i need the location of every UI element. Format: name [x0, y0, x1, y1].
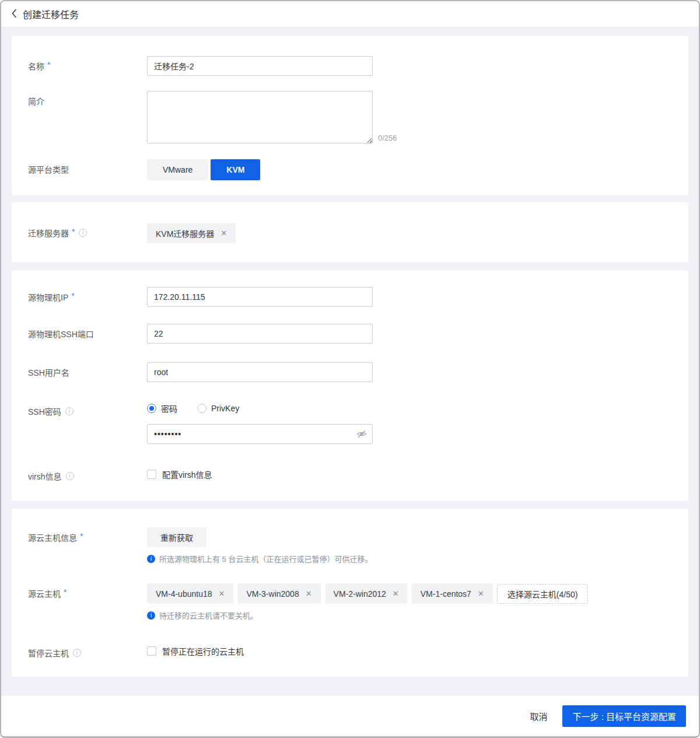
description-textarea[interactable] — [147, 91, 373, 144]
required-mark: * — [71, 291, 74, 300]
pause-vm-label: 暂停云主机 i — [28, 643, 147, 659]
char-counter: 0/256 — [378, 134, 397, 144]
vm-tags-line: VM-4-ubuntu18 ✕ VM-3-win2008 ✕ VM-2-win2… — [147, 583, 672, 604]
name-label: 名称* — [28, 56, 147, 76]
platform-option-kvm[interactable]: KVM — [211, 159, 260, 180]
vm-tag: VM-3-win2008 ✕ — [237, 583, 320, 604]
virsh-checkbox-row: 配置virsh信息 — [147, 468, 672, 480]
basic-info-card: 名称* 简介 0/256 源平台类型 — [12, 36, 688, 195]
pause-vm-checkbox[interactable] — [147, 646, 156, 656]
ssh-password-label: SSH密码 i — [28, 401, 147, 444]
vm-tag: VM-1-centos7 ✕ — [412, 583, 493, 604]
source-ip-row: 源物理机IP* — [28, 287, 672, 307]
virsh-row: virsh信息 i 配置virsh信息 — [28, 466, 672, 482]
migration-server-tag: KVM迁移服务器 ✕ — [147, 223, 236, 243]
required-mark: * — [47, 60, 50, 69]
page-title: 创建迁移任务 — [23, 7, 79, 21]
cancel-button[interactable]: 取消 — [524, 705, 553, 727]
pause-vm-checkbox-label[interactable]: 暂停正在运行的云主机 — [162, 645, 244, 657]
ssh-user-input[interactable] — [147, 362, 373, 382]
platform-toggle-group: VMware KVM — [147, 159, 672, 180]
ssh-user-row: SSH用户名 — [28, 362, 672, 382]
info-icon: i — [73, 649, 81, 657]
select-vm-button[interactable]: 选择源云主机(4/50) — [497, 584, 589, 604]
vm-tag: VM-2-win2012 ✕ — [325, 583, 408, 604]
name-input[interactable] — [147, 56, 373, 76]
ssh-password-row: SSH密码 i 密码 PrivKey — [28, 401, 672, 444]
ssh-port-row: 源物理机SSH端口 — [28, 324, 672, 344]
password-field-wrap — [147, 424, 373, 444]
platform-type-label: 源平台类型 — [28, 159, 147, 180]
page-footer: 取消 下一步 : 目标平台资源配置 — [1, 695, 699, 736]
close-icon[interactable]: ✕ — [219, 589, 225, 598]
password-type-radio-group: 密码 PrivKey — [147, 403, 672, 414]
radio-password[interactable] — [147, 404, 156, 413]
info-icon: i — [65, 407, 74, 415]
form-content: 名称* 简介 0/256 源平台类型 — [1, 27, 699, 684]
source-vms-card: 源云主机信息* 重新获取 i 所选源物理机上有 5 台云主机（正在运行或已暂停）… — [12, 509, 688, 677]
source-machine-card: 源物理机IP* 源物理机SSH端口 SSH用户名 — [12, 270, 688, 501]
migration-server-label: 迁移服务器* i — [28, 223, 147, 243]
close-icon[interactable]: ✕ — [478, 589, 484, 598]
next-step-button[interactable]: 下一步 : 目标平台资源配置 — [562, 705, 686, 727]
description-row: 简介 0/256 — [28, 91, 672, 144]
close-icon[interactable]: ✕ — [306, 589, 312, 598]
virsh-checkbox-label[interactable]: 配置virsh信息 — [162, 468, 212, 480]
page-header: 创建迁移任务 — [1, 1, 699, 27]
vm-tag: VM-4-ubuntu18 ✕ — [147, 583, 233, 604]
ssh-port-input[interactable] — [147, 324, 373, 344]
required-mark: * — [64, 587, 66, 597]
info-icon: i — [79, 229, 87, 237]
virsh-checkbox[interactable] — [147, 470, 156, 479]
info-filled-icon: i — [147, 555, 155, 563]
ssh-user-label: SSH用户名 — [28, 362, 147, 382]
vm-info-label: 源云主机信息* — [28, 527, 147, 564]
info-icon: i — [66, 472, 74, 480]
required-mark: * — [72, 227, 75, 236]
source-ip-input[interactable] — [147, 287, 373, 307]
description-label: 简介 — [28, 91, 147, 144]
required-mark: * — [80, 531, 83, 541]
radio-privkey-label[interactable]: PrivKey — [211, 404, 239, 413]
platform-option-vmware[interactable]: VMware — [147, 159, 208, 180]
create-migration-task-page: 创建迁移任务 名称* 简介 0/256 — [0, 0, 700, 738]
pause-vm-row: 暂停云主机 i 暂停正在运行的云主机 — [28, 643, 672, 659]
radio-privkey[interactable] — [197, 404, 206, 413]
close-icon[interactable]: ✕ — [393, 589, 399, 598]
source-ip-label: 源物理机IP* — [28, 287, 147, 307]
vm-info-row: 源云主机信息* 重新获取 i 所选源物理机上有 5 台云主机（正在运行或已暂停）… — [28, 527, 672, 564]
back-button[interactable] — [11, 9, 17, 20]
close-icon[interactable]: ✕ — [220, 229, 227, 237]
vm-select-label: 源云主机* — [28, 583, 147, 621]
migration-server-row: 迁移服务器* i KVM迁移服务器 ✕ — [28, 223, 672, 243]
vm-count-tip: i 所选源物理机上有 5 台云主机（正在运行或已暂停）可供迁移。 — [147, 553, 672, 564]
chevron-left-icon — [11, 9, 17, 20]
eye-off-icon[interactable] — [356, 429, 368, 439]
vm-select-row: 源云主机* VM-4-ubuntu18 ✕ VM-3-win2008 ✕ — [28, 583, 672, 621]
radio-password-label[interactable]: 密码 — [161, 403, 177, 414]
ssh-port-label: 源物理机SSH端口 — [28, 324, 147, 344]
info-filled-icon: i — [147, 611, 155, 620]
platform-type-row: 源平台类型 VMware KVM — [28, 159, 672, 180]
refresh-button[interactable]: 重新获取 — [147, 527, 206, 547]
name-row: 名称* — [28, 56, 672, 76]
ssh-password-input[interactable] — [147, 424, 373, 444]
vm-keep-on-tip: i 待迁移的云主机请不要关机。 — [147, 610, 672, 621]
migration-server-card: 迁移服务器* i KVM迁移服务器 ✕ — [12, 202, 688, 263]
virsh-label: virsh信息 i — [28, 466, 147, 482]
pause-checkbox-row: 暂停正在运行的云主机 — [147, 645, 672, 657]
